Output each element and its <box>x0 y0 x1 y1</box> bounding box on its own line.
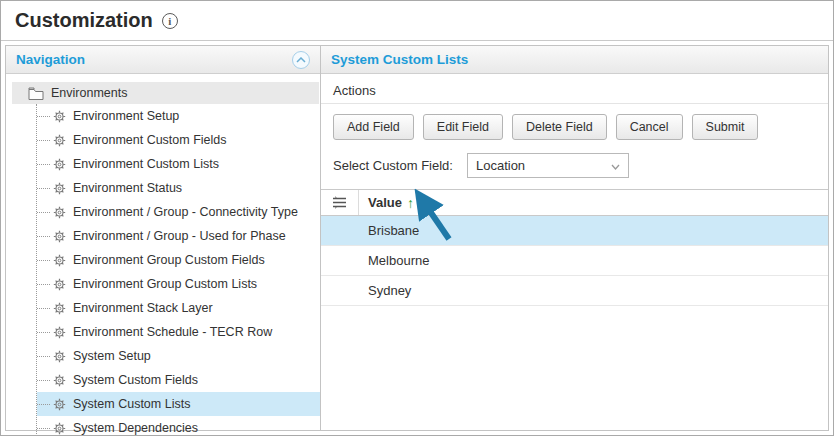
gear-icon <box>53 254 66 267</box>
gear-icon <box>53 206 66 219</box>
table-row-melbourne[interactable]: Melbourne <box>321 246 828 276</box>
gear-icon <box>53 182 66 195</box>
actions-section-label: Actions <box>321 74 828 104</box>
gear-icon <box>53 422 66 435</box>
tree-item-environment-custom-lists[interactable]: Environment Custom Lists <box>37 152 320 176</box>
delete-field-button[interactable]: Delete Field <box>512 114 607 140</box>
tree-item-environment-status[interactable]: Environment Status <box>37 176 320 200</box>
collapse-panel-icon[interactable] <box>292 51 310 69</box>
tree-item-label: System Custom Fields <box>73 373 198 387</box>
page-title: Customization <box>15 9 153 32</box>
gear-icon <box>53 230 66 243</box>
system-custom-lists-header: System Custom Lists <box>321 46 828 74</box>
titlebar: Customization i <box>1 1 833 41</box>
tree-children: Environment Setup Environment Custom Fie… <box>36 104 320 436</box>
system-custom-lists-panel: System Custom Lists Actions Add Field Ed… <box>321 45 829 431</box>
tree-item-environment-stack-layer[interactable]: Environment Stack Layer <box>37 296 320 320</box>
gear-icon <box>53 350 66 363</box>
gear-icon <box>53 326 66 339</box>
chevron-down-icon <box>611 158 620 173</box>
table-row-brisbane[interactable]: Brisbane <box>321 216 828 246</box>
tree-item-label: Environment Schedule - TECR Row <box>73 325 272 339</box>
gear-icon <box>53 134 66 147</box>
row-value: Melbourne <box>368 253 429 268</box>
tree-item-label: Environment Status <box>73 181 182 195</box>
tree-item-label: Environment Group Custom Fields <box>73 253 265 267</box>
values-table: Value ↑ Brisbane Melbourne Sydney <box>321 189 828 306</box>
custom-field-selected-value: Location <box>476 158 525 173</box>
navigation-tree: Environments Environment Setup Environme… <box>6 74 320 436</box>
actions-toolbar: Add Field Edit Field Delete Field Cancel… <box>321 104 828 146</box>
panel-header-label: System Custom Lists <box>331 52 468 67</box>
tree-item-label: Environment / Group - Used for Phase <box>73 229 286 243</box>
tree-item-environment-setup[interactable]: Environment Setup <box>37 104 320 128</box>
navigation-panel-header: Navigation <box>6 46 320 74</box>
tree-item-label: Environment Stack Layer <box>73 301 213 315</box>
tree-item-label: System Custom Lists <box>73 397 190 411</box>
tree-item-environment-group-used-for-phase[interactable]: Environment / Group - Used for Phase <box>37 224 320 248</box>
select-custom-field-row: Select Custom Field: Location <box>321 146 828 189</box>
tree-root-label: Environments <box>51 86 127 100</box>
tree-item-system-dependencies[interactable]: System Dependencies <box>37 416 320 436</box>
customization-page: { "titlebar": { "title": "Customization"… <box>0 0 834 436</box>
cancel-button[interactable]: Cancel <box>616 114 683 140</box>
folder-icon <box>28 87 44 100</box>
gear-icon <box>53 158 66 171</box>
info-icon[interactable]: i <box>162 13 178 29</box>
tree-item-system-setup[interactable]: System Setup <box>37 344 320 368</box>
custom-field-select[interactable]: Location <box>467 153 629 178</box>
gear-icon <box>53 110 66 123</box>
tree-item-environment-group-custom-lists[interactable]: Environment Group Custom Lists <box>37 272 320 296</box>
add-field-button[interactable]: Add Field <box>333 114 414 140</box>
values-table-header: Value ↑ <box>321 190 828 216</box>
row-value: Brisbane <box>368 223 419 238</box>
tree-item-system-custom-fields[interactable]: System Custom Fields <box>37 368 320 392</box>
value-column-label: Value <box>368 195 402 210</box>
row-sort-icon[interactable] <box>321 190 359 215</box>
edit-field-button[interactable]: Edit Field <box>423 114 503 140</box>
submit-button[interactable]: Submit <box>692 114 759 140</box>
value-column-header[interactable]: Value ↑ <box>359 195 414 211</box>
tree-item-label: Environment Custom Fields <box>73 133 227 147</box>
navigation-panel: Navigation Environments Environment Setu… <box>5 45 321 431</box>
tree-item-label: System Dependencies <box>73 421 198 435</box>
gear-icon <box>53 302 66 315</box>
tree-item-environment-group-custom-fields[interactable]: Environment Group Custom Fields <box>37 248 320 272</box>
tree-item-environment-schedule-tecr-row[interactable]: Environment Schedule - TECR Row <box>37 320 320 344</box>
tree-item-label: System Setup <box>73 349 151 363</box>
select-custom-field-label: Select Custom Field: <box>333 158 453 173</box>
tree-item-environment-custom-fields[interactable]: Environment Custom Fields <box>37 128 320 152</box>
tree-node-environments[interactable]: Environments <box>12 82 319 104</box>
tree-item-label: Environment Custom Lists <box>73 157 219 171</box>
navigation-header-label: Navigation <box>16 52 85 67</box>
gear-icon <box>53 278 66 291</box>
table-row-sydney[interactable]: Sydney <box>321 276 828 306</box>
tree-item-label: Environment / Group - Connectivity Type <box>73 205 298 219</box>
tree-item-label: Environment Setup <box>73 109 179 123</box>
gear-icon <box>53 374 66 387</box>
main-content: Navigation Environments Environment Setu… <box>5 45 829 431</box>
tree-item-label: Environment Group Custom Lists <box>73 277 257 291</box>
row-value: Sydney <box>368 283 411 298</box>
gear-icon <box>53 398 66 411</box>
sort-ascending-icon: ↑ <box>407 195 414 211</box>
tree-item-system-custom-lists[interactable]: System Custom Lists <box>37 392 320 416</box>
tree-item-environment-group-connectivity-type[interactable]: Environment / Group - Connectivity Type <box>37 200 320 224</box>
